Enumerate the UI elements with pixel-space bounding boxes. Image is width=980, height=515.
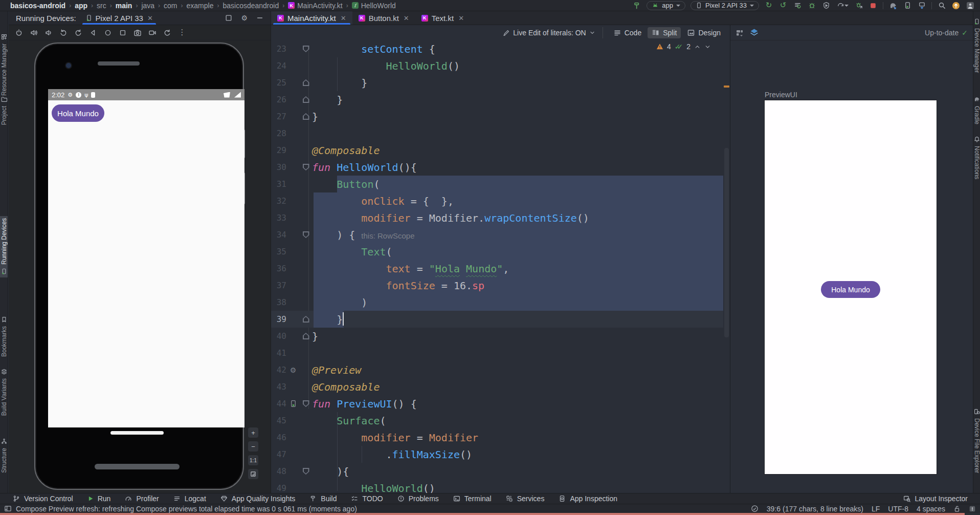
tool-window-build[interactable]: Build [309, 495, 337, 503]
mode-design[interactable]: Design [683, 27, 725, 38]
line-number[interactable]: 32 [271, 196, 286, 206]
line-number[interactable]: 39 [271, 314, 286, 324]
stripe-item-notifications[interactable]: Notifications [973, 133, 980, 181]
tool-window-layout-inspector[interactable]: Layout Inspector [903, 495, 968, 503]
fold-marker-icon[interactable] [303, 333, 309, 339]
line-number[interactable]: 48 [271, 466, 286, 476]
nav-home-button[interactable] [103, 28, 113, 38]
mode-split[interactable]: Split [648, 27, 681, 38]
close-icon[interactable]: ✕ [404, 14, 409, 22]
tool-window-app-inspection[interactable]: App Inspection [558, 495, 617, 503]
window-layout-icon[interactable] [4, 505, 12, 512]
preview-canvas[interactable]: Hola Mundo [765, 100, 937, 474]
breadcrumb-item[interactable]: basicosdeandroid [222, 2, 279, 10]
build-run-list-icon[interactable] [793, 1, 802, 10]
zoom-in-button[interactable]: + [248, 427, 258, 438]
reader-mode-icon[interactable] [751, 505, 759, 512]
line-number[interactable]: 34 [271, 230, 286, 240]
line-number[interactable]: 31 [271, 179, 286, 189]
device-manager-button[interactable] [903, 1, 912, 10]
screen-record-button[interactable] [147, 28, 158, 38]
layers-icon[interactable] [750, 28, 759, 37]
live-edit-toggle[interactable]: Live Edit of literals: ON [503, 29, 595, 37]
stripe-item-resource-manager[interactable]: Resource Manager [0, 31, 8, 98]
snapshot-button[interactable] [162, 28, 172, 38]
line-number[interactable]: 25 [271, 78, 286, 88]
target-device-dropdown[interactable]: Pixel 2 API 33 [691, 1, 759, 10]
fold-marker-icon[interactable] [303, 468, 309, 475]
line-number[interactable]: 28 [271, 128, 286, 138]
view-options-icon[interactable] [736, 29, 744, 37]
zoom-fit-button[interactable] [248, 469, 258, 479]
line-number[interactable]: 44 [271, 399, 286, 409]
line-number[interactable]: 45 [271, 416, 286, 425]
lock-open-icon[interactable] [953, 505, 961, 512]
breadcrumb-item[interactable]: KMainActivity.kt [288, 2, 342, 10]
preview-hola-mundo-button[interactable]: Hola Mundo [821, 281, 880, 298]
line-number[interactable]: 46 [271, 433, 286, 442]
inspections-widget[interactable]: 4 ✓✓ 2 [656, 42, 711, 51]
zoom-out-button[interactable]: − [248, 441, 258, 452]
search-everywhere-button[interactable] [937, 1, 946, 10]
maximize-icon[interactable] [225, 14, 232, 22]
line-number[interactable]: 23 [271, 44, 286, 54]
tool-window-profiler[interactable]: Profiler [124, 495, 159, 503]
tool-window-terminal[interactable]: Terminal [453, 495, 492, 503]
scrollbar-thumb[interactable] [724, 148, 729, 337]
profile-avatar[interactable] [966, 1, 975, 10]
line-number[interactable]: 27 [271, 112, 286, 121]
stripe-item-running-devices[interactable]: Running Devices [0, 216, 8, 277]
rundevice-gutter-icon[interactable] [286, 400, 300, 407]
line-number[interactable]: 24 [271, 61, 286, 71]
tab-mainactivity[interactable]: K MainActivity.kt ✕ [271, 11, 352, 25]
warning-stripe-mark[interactable] [724, 85, 729, 88]
tab-button-kt[interactable]: K Button.kt ✕ [352, 11, 415, 25]
line-number[interactable]: 30 [271, 162, 286, 172]
stripe-item-structure[interactable]: Structure [0, 435, 8, 475]
indent-setting[interactable]: 4 spaces [917, 505, 945, 513]
profiler-button[interactable] [821, 1, 831, 10]
gear-icon[interactable]: ⚙ [241, 14, 248, 22]
more-button[interactable]: ⋮ [177, 28, 187, 38]
tool-window-run[interactable]: Run [87, 495, 111, 503]
gear-gutter-icon[interactable]: ⚙ [286, 367, 300, 374]
breadcrumb-item[interactable]: java [141, 2, 154, 10]
fold-marker-icon[interactable] [303, 164, 309, 170]
close-icon[interactable]: ✕ [341, 14, 346, 22]
code-area[interactable]: 23 setContent {24 HelloWorld()25 }26 }27… [271, 40, 723, 493]
file-encoding[interactable]: UTF-8 [888, 505, 908, 513]
apply-code-changes-button[interactable]: ↺ [778, 1, 788, 10]
close-icon[interactable]: ✕ [147, 14, 153, 22]
close-icon[interactable]: ✕ [458, 14, 464, 22]
fold-marker-icon[interactable] [303, 79, 309, 86]
line-number[interactable]: 37 [271, 281, 286, 290]
line-number[interactable]: 41 [271, 348, 286, 358]
line-number[interactable]: 42 [271, 365, 286, 375]
mode-code[interactable]: Code [609, 27, 645, 38]
stop-button[interactable] [868, 1, 878, 10]
breadcrumb-item[interactable]: com [164, 2, 177, 10]
stripe-item-project[interactable]: Project [0, 93, 8, 127]
tool-window-problems[interactable]: Problems [397, 495, 439, 503]
notifications-icon[interactable] [969, 505, 976, 512]
tool-window-app-quality-insights[interactable]: App Quality Insights [220, 495, 296, 503]
run-configuration-dropdown[interactable]: app [647, 1, 685, 10]
gradle-sync-button[interactable] [888, 1, 898, 10]
zoom-reset-button[interactable]: 1:1 [248, 455, 258, 465]
breadcrumb-item[interactable]: example [187, 2, 214, 10]
fold-marker-icon[interactable] [303, 316, 309, 323]
stripe-item-gradle[interactable]: Gradle [973, 93, 980, 126]
line-number[interactable]: 35 [271, 247, 286, 256]
stripe-item-build-variants[interactable]: Build Variants [0, 366, 8, 418]
fold-marker-icon[interactable] [303, 113, 309, 120]
line-number[interactable]: 47 [271, 449, 286, 459]
phone-screen[interactable]: 2:02 ⚙ ! ψ Hola Mundo [48, 89, 244, 427]
rotate-cw-button[interactable] [73, 28, 83, 38]
update-available-button[interactable] [951, 1, 961, 10]
fold-marker-icon[interactable] [303, 96, 309, 103]
line-number[interactable]: 49 [271, 483, 286, 493]
sdk-manager-button[interactable] [917, 1, 926, 10]
caret-position[interactable]: 39:6 (177 chars, 8 line breaks) [767, 505, 863, 513]
camera-button[interactable] [132, 28, 143, 38]
editor-scrollbar[interactable] [723, 40, 730, 493]
